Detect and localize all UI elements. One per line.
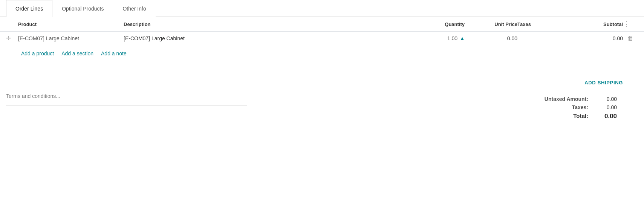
description-cell[interactable]: [E-COM07] Large Cabinet bbox=[124, 35, 412, 41]
table-header: Product Description Quantity Unit Price … bbox=[0, 17, 644, 32]
unit-price-cell[interactable]: 0.00 bbox=[465, 35, 517, 41]
terms-input[interactable] bbox=[6, 93, 247, 99]
tab-bar: Order Lines Optional Products Other Info bbox=[0, 0, 644, 17]
add-section-link[interactable]: Add a section bbox=[58, 49, 96, 58]
table-row: ✛ [E-COM07] Large Cabinet [E-COM07] Larg… bbox=[0, 32, 644, 45]
totals-section: Untaxed Amount: 0.00 Taxes: 0.00 Total: … bbox=[475, 93, 638, 126]
subtotal-cell: 0.00 bbox=[578, 35, 623, 41]
col-taxes: Taxes bbox=[517, 21, 578, 27]
drag-handle-icon[interactable]: ✛ bbox=[6, 35, 18, 42]
add-product-link[interactable]: Add a product bbox=[18, 49, 57, 58]
add-note-link[interactable]: Add a note bbox=[98, 49, 130, 58]
forecast-icon[interactable]: ▲ bbox=[460, 35, 465, 41]
col-quantity: Quantity bbox=[412, 21, 465, 27]
tabs-container: Order Lines Optional Products Other Info bbox=[0, 0, 644, 17]
col-unit-price: Unit Price bbox=[465, 21, 517, 27]
add-actions-row: Add a product Add a section Add a note bbox=[0, 45, 644, 62]
terms-section bbox=[6, 93, 247, 105]
col-menu: ⋮ bbox=[623, 20, 638, 28]
quantity-cell: 1.00 ▲ bbox=[412, 35, 465, 41]
untaxed-amount-row: Untaxed Amount: 0.00 bbox=[496, 96, 617, 102]
col-subtotal: Subtotal bbox=[578, 21, 623, 27]
order-lines-table: Product Description Quantity Unit Price … bbox=[0, 17, 644, 62]
taxes-label: Taxes: bbox=[496, 104, 588, 110]
untaxed-label: Untaxed Amount: bbox=[496, 96, 588, 102]
total-label: Total: bbox=[496, 113, 588, 120]
add-shipping-button[interactable]: ADD SHIPPING bbox=[584, 80, 623, 85]
bottom-content: Untaxed Amount: 0.00 Taxes: 0.00 Total: … bbox=[0, 87, 644, 132]
column-options-icon[interactable]: ⋮ bbox=[623, 20, 631, 28]
tab-order-lines[interactable]: Order Lines bbox=[6, 0, 52, 17]
taxes-value: 0.00 bbox=[594, 104, 617, 110]
col-description: Description bbox=[124, 21, 412, 27]
tab-other-info[interactable]: Other Info bbox=[113, 0, 155, 17]
total-row: Total: 0.00 bbox=[496, 113, 617, 120]
tab-optional-products[interactable]: Optional Products bbox=[52, 0, 113, 17]
col-product: Product bbox=[18, 21, 124, 27]
add-shipping-row: ADD SHIPPING bbox=[0, 77, 644, 87]
product-name-cell[interactable]: [E-COM07] Large Cabinet bbox=[18, 35, 124, 41]
untaxed-value: 0.00 bbox=[594, 96, 617, 102]
delete-row-icon[interactable]: 🗑 bbox=[623, 35, 638, 42]
quantity-value[interactable]: 1.00 bbox=[447, 35, 457, 41]
taxes-row: Taxes: 0.00 bbox=[496, 104, 617, 110]
total-value: 0.00 bbox=[594, 113, 617, 120]
